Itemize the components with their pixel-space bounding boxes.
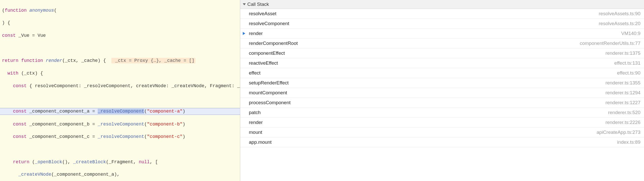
stack-frame-location: effect.ts:131 <box>614 60 640 66</box>
stack-frame-function: effect <box>249 70 260 76</box>
stack-frame-function: componentEffect <box>249 50 285 56</box>
stack-frame-function: patch <box>249 110 260 115</box>
call-stack-frame[interactable]: mountapiCreateApp.ts:273 <box>240 128 644 137</box>
stack-frame-function: renderComponentRoot <box>249 41 298 46</box>
call-stack-frame[interactable]: setupRenderEffectrenderer.ts:1355 <box>240 78 644 88</box>
call-stack-list: resolveAssetresolveAssets.ts:90resolveCo… <box>240 9 644 181</box>
stack-frame-location: renderer.ts:520 <box>608 110 640 115</box>
code-line: const { resolveComponent: _resolveCompon… <box>2 83 238 89</box>
stack-frame-location: apiCreateApp.ts:273 <box>597 130 640 135</box>
code-line <box>2 146 238 153</box>
stack-frame-location: index.ts:89 <box>617 139 640 145</box>
call-stack-frame[interactable]: renderrenderer.ts:2226 <box>240 118 644 128</box>
stack-frame-location: renderer.ts:1355 <box>606 80 640 86</box>
stack-frame-function: resolveComponent <box>249 21 289 26</box>
code-line: return function render(_ctx, _cache) { _… <box>2 58 238 64</box>
call-stack-frame[interactable]: processComponentrenderer.ts:1227 <box>240 98 644 108</box>
stack-frame-location: resolveAssets.ts:90 <box>599 11 640 16</box>
stack-frame-function: render <box>249 31 263 36</box>
code-line: (function anonymous( <box>2 7 238 14</box>
code-line: ) { <box>2 20 238 26</box>
inline-debug-values: _ctx = Proxy {…}, _cache = [] <box>111 58 195 63</box>
call-stack-frame[interactable]: patchrenderer.ts:520 <box>240 108 644 118</box>
code-line: _createVNode(_component_component_a), <box>2 171 238 178</box>
disclosure-triangle-icon[interactable] <box>243 3 246 5</box>
current-execution-line: const _component_component_a = _resolveC… <box>0 108 240 115</box>
call-stack-frame[interactable]: mountComponentrenderer.ts:1294 <box>240 88 644 98</box>
call-stack-frame[interactable]: resolveAssetresolveAssets.ts:90 <box>240 9 644 19</box>
call-stack-title: Call Stack <box>247 2 269 7</box>
code-line: return (_openBlock(), _createBlock(_Frag… <box>2 159 238 165</box>
call-stack-frame[interactable]: componentEffectrenderer.ts:1375 <box>240 48 644 58</box>
call-stack-frame[interactable]: resolveComponentresolveAssets.ts:20 <box>240 19 644 29</box>
code-line: const _component_component_c = _resolveC… <box>2 134 238 140</box>
source-code-panel[interactable]: (function anonymous( ) { const _Vue = Vu… <box>0 0 240 181</box>
debugger-sidebar: Call Stack resolveAssetresolveAssets.ts:… <box>240 0 644 181</box>
code-line <box>2 95 238 102</box>
code-line: const _component_component_b = _resolveC… <box>2 121 238 128</box>
stack-frame-location: effect.ts:90 <box>617 70 640 76</box>
stack-frame-location: renderer.ts:2226 <box>606 120 640 125</box>
stack-frame-function: mount <box>249 130 262 135</box>
code-line <box>2 45 238 51</box>
code-line: const _Vue = Vue <box>2 32 238 39</box>
stack-frame-location: resolveAssets.ts:20 <box>599 21 640 26</box>
call-stack-frame[interactable]: effecteffect.ts:90 <box>240 68 644 78</box>
stack-frame-function: app.mount <box>249 139 272 145</box>
call-stack-frame[interactable]: reactiveEffecteffect.ts:131 <box>240 58 644 68</box>
stack-frame-location: componentRenderUtils.ts:77 <box>580 41 640 46</box>
stack-frame-location: renderer.ts:1227 <box>606 100 640 105</box>
call-stack-frame[interactable]: renderVM140:9 <box>240 29 644 39</box>
stack-frame-location: VM140:9 <box>621 31 640 36</box>
stack-frame-location: renderer.ts:1375 <box>606 50 640 56</box>
call-stack-frame[interactable]: app.mountindex.ts:89 <box>240 137 644 147</box>
stack-frame-function: mountComponent <box>249 90 287 96</box>
stack-frame-function: setupRenderEffect <box>249 80 289 86</box>
stack-frame-function: reactiveEffect <box>249 60 278 66</box>
stack-frame-location: renderer.ts:1294 <box>606 90 640 96</box>
code-line: with (_ctx) { <box>2 70 238 77</box>
call-stack-frame[interactable]: renderComponentRootcomponentRenderUtils.… <box>240 39 644 48</box>
stack-frame-function: processComponent <box>249 100 291 105</box>
stack-frame-function: resolveAsset <box>249 11 276 16</box>
call-stack-header[interactable]: Call Stack <box>240 0 644 9</box>
stack-frame-function: render <box>249 120 263 125</box>
